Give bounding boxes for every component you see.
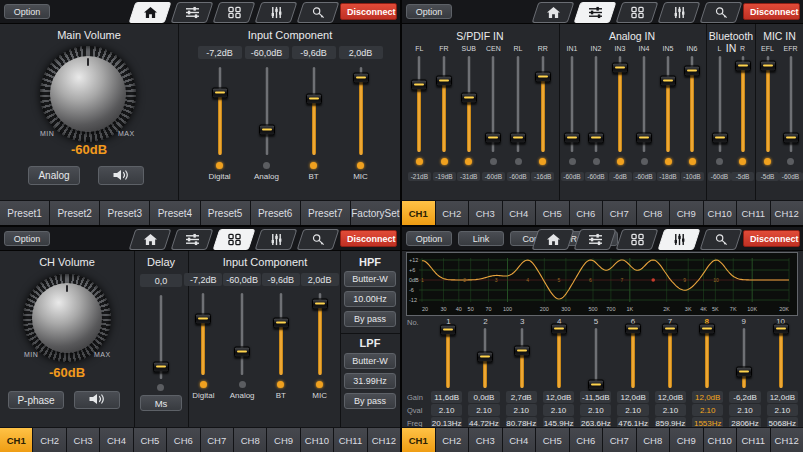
slider-handle[interactable] — [735, 60, 751, 71]
band-q-value[interactable]: 2.10 — [580, 404, 611, 416]
slider-handle[interactable] — [306, 93, 322, 104]
slider-handle[interactable] — [588, 380, 604, 391]
slider-handle[interactable] — [153, 362, 169, 373]
band-gain-value[interactable]: 12,0dB — [543, 391, 574, 403]
slider-handle[interactable] — [564, 132, 580, 143]
lpf-freq-button[interactable]: 31.99Hz — [344, 373, 396, 389]
level-slider[interactable] — [438, 56, 450, 152]
slider-handle[interactable] — [411, 79, 427, 90]
tab-key[interactable] — [700, 2, 743, 23]
slider-handle[interactable] — [259, 125, 275, 136]
band-number[interactable]: 3 — [504, 317, 541, 327]
channel-tab[interactable]: CH10 — [704, 428, 737, 452]
level-slider[interactable] — [354, 67, 368, 155]
slider-handle[interactable] — [612, 62, 628, 73]
band-gain-slider[interactable] — [478, 328, 492, 388]
tab-faders[interactable] — [658, 2, 701, 23]
channel-tab[interactable]: CH5 — [536, 201, 569, 225]
tab-faders[interactable] — [255, 229, 298, 250]
tab-mixer[interactable] — [171, 2, 214, 23]
slider-handle[interactable] — [440, 324, 456, 335]
slider-handle[interactable] — [660, 75, 676, 86]
source-select-button[interactable]: Analog — [28, 166, 80, 185]
channel-tab[interactable]: CH6 — [570, 428, 603, 452]
level-slider[interactable] — [737, 56, 749, 152]
level-slider[interactable] — [413, 56, 425, 152]
channel-tab[interactable]: CH9 — [670, 428, 703, 452]
slider-handle[interactable] — [312, 299, 328, 310]
channel-tab[interactable]: CH7 — [603, 428, 636, 452]
channel-tab[interactable]: CH2 — [436, 201, 469, 225]
band-gain-value[interactable]: 2,7dB — [506, 391, 537, 403]
slider-handle[interactable] — [353, 72, 369, 83]
channel-tab[interactable]: CH3 — [469, 201, 502, 225]
band-number[interactable]: 5 — [578, 317, 615, 327]
level-slider[interactable] — [686, 56, 698, 152]
slider-handle[interactable] — [699, 323, 715, 334]
level-slider[interactable] — [487, 56, 499, 152]
slider-handle[interactable] — [485, 132, 501, 143]
tab-home[interactable] — [532, 229, 575, 250]
band-gain-value[interactable]: 12,0dB — [617, 391, 648, 403]
channel-tab[interactable]: CH1 — [0, 428, 32, 452]
level-slider[interactable] — [566, 56, 578, 152]
band-gain-value[interactable]: -11,5dB — [580, 391, 611, 403]
channel-tab[interactable]: CH8 — [637, 428, 670, 452]
slider-handle[interactable] — [625, 323, 641, 334]
channel-tab[interactable]: CH4 — [503, 201, 536, 225]
slider-handle[interactable] — [234, 347, 250, 358]
band-gain-value[interactable]: 12,0dB — [692, 391, 723, 403]
level-slider[interactable] — [213, 67, 227, 155]
level-slider[interactable] — [537, 56, 549, 152]
link-button[interactable]: Link — [458, 231, 504, 246]
level-slider[interactable] — [196, 293, 210, 375]
channel-tab[interactable]: CH7 — [201, 428, 233, 452]
tab-key[interactable] — [297, 2, 340, 23]
level-slider[interactable] — [307, 67, 321, 155]
hpf-bypass-button[interactable]: By pass — [344, 311, 396, 327]
slider-handle[interactable] — [662, 323, 678, 334]
channel-tab[interactable]: CH5 — [134, 428, 166, 452]
preset-button[interactable]: Preset3 — [100, 201, 149, 225]
band-gain-slider[interactable] — [737, 328, 751, 388]
level-slider[interactable] — [785, 56, 797, 152]
level-slider[interactable] — [260, 67, 274, 155]
band-q-value[interactable]: 2.10 — [692, 404, 723, 416]
channel-tab[interactable]: CH1 — [402, 428, 435, 452]
level-slider[interactable] — [762, 56, 774, 152]
channel-tab[interactable]: CH7 — [603, 201, 636, 225]
tab-matrix[interactable] — [213, 2, 256, 23]
preset-button[interactable]: Preset6 — [251, 201, 300, 225]
level-slider[interactable] — [662, 56, 674, 152]
channel-tab[interactable]: CH8 — [637, 201, 670, 225]
phase-button[interactable]: P-phase — [8, 391, 64, 409]
channel-tab[interactable]: CH12 — [771, 201, 803, 225]
slider-handle[interactable] — [551, 323, 567, 334]
option-button[interactable]: Option — [406, 4, 452, 19]
tab-matrix[interactable] — [616, 2, 659, 23]
tab-matrix[interactable] — [213, 229, 256, 250]
band-gain-value[interactable]: 12,0dB — [655, 391, 686, 403]
slider-handle[interactable] — [510, 132, 526, 143]
channel-tab[interactable]: CH8 — [234, 428, 266, 452]
slider-handle[interactable] — [773, 323, 789, 334]
band-gain-slider[interactable] — [552, 328, 566, 388]
band-gain-slider[interactable] — [515, 328, 529, 388]
channel-tab[interactable]: CH10 — [301, 428, 333, 452]
channel-tab[interactable]: CH11 — [737, 428, 770, 452]
tab-key[interactable] — [297, 229, 340, 250]
level-slider[interactable] — [512, 56, 524, 152]
channel-tab[interactable]: CH2 — [33, 428, 65, 452]
level-slider[interactable] — [235, 293, 249, 375]
tab-faders[interactable] — [658, 229, 701, 250]
slider-handle[interactable] — [736, 367, 752, 378]
tab-home[interactable] — [129, 229, 172, 250]
band-gain-slider[interactable] — [663, 328, 677, 388]
channel-tab[interactable]: CH3 — [469, 428, 502, 452]
level-slider[interactable] — [614, 56, 626, 152]
channel-tab[interactable]: CH9 — [670, 201, 703, 225]
slider-handle[interactable] — [514, 345, 530, 356]
level-slider[interactable] — [590, 56, 602, 152]
slider-handle[interactable] — [436, 75, 452, 86]
slider-handle[interactable] — [760, 60, 776, 71]
